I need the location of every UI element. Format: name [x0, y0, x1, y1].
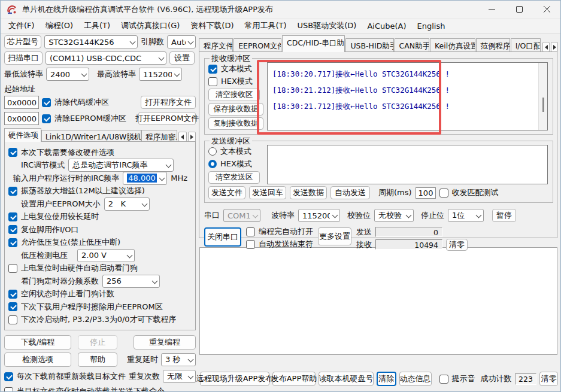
beep-checkbox[interactable]: 提示音 — [439, 373, 475, 384]
modify-options-checkbox[interactable]: 本次下载需要修改硬件选项 — [8, 146, 193, 159]
tab-can-helper[interactable]: CAN助手 — [395, 38, 430, 52]
close-button[interactable] — [533, 1, 560, 19]
osc-gain-checkbox[interactable]: 振荡器放大增益(12M以上建议选择) — [8, 185, 193, 198]
tab-scroll-left-button[interactable] — [178, 132, 186, 142]
tab-scroll-left-button[interactable] — [542, 42, 550, 52]
port-settings-button[interactable]: 设置 — [169, 51, 195, 65]
menu-tools[interactable]: 工具(T) — [78, 19, 116, 33]
tab-program-encrypt[interactable]: 程序加密后 — [141, 130, 177, 142]
maximize-button[interactable] — [505, 1, 533, 19]
menu-program[interactable]: 编程(O) — [40, 19, 78, 33]
pin-count-select[interactable]: Auto — [167, 35, 196, 48]
checkbox-unchecked-icon — [8, 264, 17, 273]
stop-button[interactable]: 停止 — [78, 335, 117, 350]
eeprom-address-input[interactable]: 0x0000 — [4, 112, 39, 125]
long-delay-checkbox[interactable]: 上电复位使用较长延时 — [8, 211, 193, 224]
auto-terminator-checkbox[interactable]: 自动发送结束符 — [246, 239, 313, 250]
irc-freq-value: 48.000 — [127, 174, 157, 183]
help-button[interactable]: 帮助 — [78, 353, 117, 367]
menu-usb-driver[interactable]: USB驱动安装(D) — [292, 19, 362, 33]
tab-sample-programs[interactable]: 范例程序 — [476, 38, 510, 52]
clear-code-buffer-checkbox[interactable]: 清除代码缓冲区 — [42, 97, 109, 108]
clear-eeprom-buffer-checkbox[interactable]: 清除EEPROM缓冲区 — [42, 113, 126, 124]
send-file-button[interactable]: 发送文件 — [208, 186, 245, 199]
reset-success-count-button[interactable]: 清零 — [539, 372, 558, 386]
match-test-checkbox[interactable]: 收发匹配测试 — [439, 187, 499, 198]
copy-receive-button[interactable]: 复制接收数据 — [208, 117, 263, 130]
send-hex-mode-radio[interactable]: HEX模式 — [208, 159, 266, 169]
dynamic-info-button[interactable]: 动态信息 — [399, 372, 432, 386]
baud-select[interactable]: 115200 — [298, 209, 340, 222]
period-input[interactable]: 100 — [416, 187, 436, 199]
irc-freq-select[interactable]: 48.000 — [123, 172, 167, 185]
send-textarea[interactable] — [267, 145, 548, 184]
tab-eeprom-file[interactable]: EEPROM文件 — [234, 38, 281, 52]
tab-keil-sim-settings[interactable]: Keil仿真设置 — [430, 38, 475, 52]
repeat-delay-select[interactable]: 3 秒 — [161, 353, 196, 366]
menu-downloads[interactable]: 资料下载(D) — [185, 19, 239, 33]
tab-cdc-hid-serial-helper[interactable]: CDC/HID-串口助手 — [282, 35, 345, 52]
more-settings-button[interactable]: 更多设置 — [318, 227, 351, 245]
read-disk-id-button[interactable]: 读取本机硬盘号 — [319, 372, 374, 386]
publish-app-help-button[interactable]: 发布APP帮助 — [272, 372, 316, 386]
menu-file[interactable]: 文件(F) — [3, 19, 40, 33]
send-data-button[interactable]: 发送数据 — [290, 186, 327, 199]
send-text-mode-radio[interactable]: 文本模式 — [208, 146, 266, 157]
serial-port-select[interactable]: (COM11) USB-CDC,CDC — [46, 51, 166, 65]
scrollbar-handle[interactable] — [542, 98, 544, 112]
auto-open-after-program-checkbox[interactable]: 编程完自动打开 — [246, 226, 313, 237]
save-receive-button[interactable]: 保存接收数据 — [208, 103, 263, 116]
menu-english[interactable]: English — [412, 20, 451, 32]
erase-eeprom-next-checkbox[interactable]: 下次下载用户程序时擦除用户EEPROM区 — [8, 300, 193, 314]
cold-boot-cond-checkbox[interactable]: 下次冷启动时, P3.2/P3.3为0/0才可下载程序 — [8, 314, 193, 327]
min-baud-select[interactable]: 2400 — [46, 68, 89, 81]
reset-as-io-checkbox[interactable]: 复位脚用作I/O口 — [8, 223, 193, 236]
clear-receive-button[interactable]: 清空接收区 — [208, 89, 260, 101]
eeprom-size-select[interactable]: 2 K — [104, 197, 150, 211]
tab-io-config[interactable]: I/O口配置 — [511, 38, 541, 52]
title-bar: 单片机在线升级编程仿真调试平台软件 (V6.96C), 远程现场升级APP发布 — [1, 1, 560, 19]
send-enter-button[interactable]: 发送回车 — [249, 186, 286, 199]
auto-load-on-change-checkbox[interactable]: 当目标文件变化时自动装载并发送下载命令 — [4, 386, 165, 392]
remote-upgrade-publish-button[interactable]: 远程现场升级APP发布 — [200, 372, 269, 386]
download-program-button[interactable]: 下载/编程 — [4, 335, 71, 350]
menu-debug-interface[interactable]: 调试仿真接口(G) — [116, 19, 185, 33]
tab-program-file[interactable]: 程序文件 — [199, 38, 233, 52]
tab-usb-hid-helper[interactable]: USB-HID助手 — [345, 38, 393, 52]
wdt-hw-start-checkbox[interactable]: 上电复位时由硬件自动启动看门狗 — [8, 262, 193, 275]
max-baud-select[interactable]: 115200 — [139, 68, 182, 81]
check-options-button[interactable]: 检测选项 — [4, 353, 71, 367]
auto-send-button[interactable]: 自动发送 — [330, 186, 370, 199]
reload-each-download-checkbox[interactable]: 每次下载前都重新装载目标文件 — [4, 371, 126, 382]
pause-button[interactable]: 暂停 — [492, 209, 516, 222]
menu-aicube[interactable]: AiCube(A) — [362, 20, 411, 32]
menu-common-tools[interactable]: 常用工具(T) — [239, 19, 292, 33]
lvd-select[interactable]: 2.00 V — [77, 249, 135, 262]
tab-scroll-right-button[interactable] — [551, 42, 558, 52]
parity-select[interactable]: 无校验 — [374, 209, 414, 222]
open-eeprom-file-button[interactable]: 打开EEPROM文件 — [138, 112, 196, 125]
lvr-checkbox[interactable]: 允许低压复位(禁止低压中断) — [8, 236, 193, 250]
repeat-count-select[interactable]: 无限 — [163, 370, 196, 383]
clear-send-button[interactable]: 清空发送区 — [208, 171, 260, 184]
chip-model-button[interactable]: 芯片型号 — [4, 35, 41, 48]
chip-model-select[interactable]: STC32G144K256 — [44, 35, 138, 48]
stop-bits-select[interactable]: 1位 — [448, 209, 484, 222]
lvd-label: 低压检测电压 — [21, 250, 68, 261]
serial-com-select[interactable]: COM11 — [223, 209, 260, 222]
tab-hardware-options[interactable]: 硬件选项 — [4, 128, 41, 142]
clear-button[interactable]: 清除 — [377, 372, 396, 386]
code-address-input[interactable]: 0x0000 — [4, 96, 39, 109]
wdt-div-select[interactable]: 256 — [102, 275, 160, 288]
wdt-idle-stop-checkbox[interactable]: 空闲状态时停止看门狗计数 — [8, 288, 193, 301]
reset-counters-button[interactable]: 清零 — [446, 239, 468, 251]
repeat-program-button[interactable]: 重复编程 — [134, 335, 196, 350]
tab-offline-programmer[interactable]: Link1D/Writer1A/U8W脱机 — [41, 130, 141, 142]
open-program-file-button[interactable]: 打开程序文件 — [141, 96, 196, 109]
minimize-button[interactable] — [478, 1, 505, 19]
tab-scroll-right-button[interactable] — [188, 132, 196, 142]
receive-scrollbar[interactable] — [538, 63, 547, 130]
irc-mode-select[interactable]: 总是动态调节IRC频率 — [68, 159, 174, 172]
close-port-button[interactable]: 关闭串口 — [204, 227, 241, 247]
scan-port-button[interactable]: 扫描串口 — [4, 51, 43, 65]
